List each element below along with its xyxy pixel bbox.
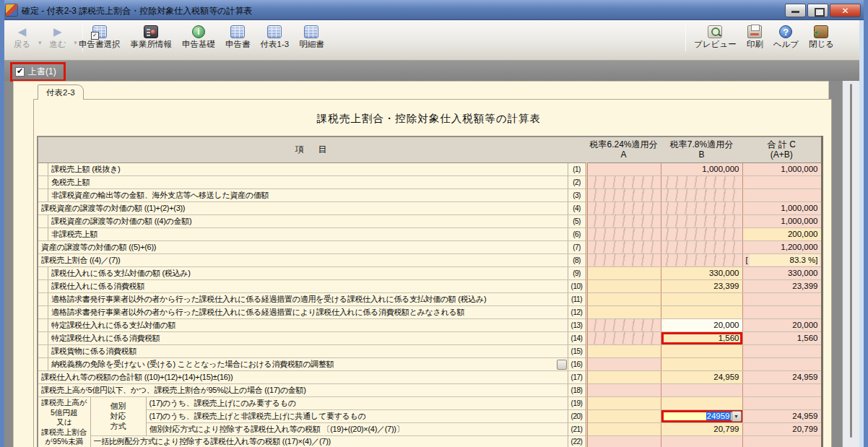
cell-b-5 [661,214,742,227]
row-number-14: (14) [568,331,586,344]
row-label-cell-17: 課税仕入れ等の税額の合計額 ((10)+(12)+(14)+(15)±(16)) [38,370,568,383]
row-number-18: (18) [568,383,586,396]
taxable-sales-ratio-cell: [83.3 %] [742,253,822,266]
table-row-9: 課税仕入れに係る支払対価の額 (税込み)(9)330,000330,000 [38,266,822,279]
toolbar-button-nav-2[interactable]: 申告基礎 [177,22,220,53]
row-label-cell-16: 納税義務の免除を受けない (受ける) こととなった場合における消費税額の調整額 [38,357,568,370]
cell-a-16 [586,357,661,370]
cell-b-10[interactable]: 23,399 [661,279,742,292]
row-label-cell-9: 課税仕入れに係る支払対価の額 (税込み) [38,266,568,279]
preview-icon [708,25,722,38]
cell-c-7: 1,200,000 [742,240,822,253]
overwrite-checkbox[interactable] [15,67,25,77]
toolbar-button-label: 閉じる [809,40,834,49]
table-row-7: 資産の譲渡等の対価の額 ((5)+(6))(7)1,200,000 [38,240,822,253]
cell-b-14[interactable]: 1,560 [661,331,742,344]
cell-a-9[interactable] [586,266,661,279]
cell-b-16[interactable] [661,357,742,370]
cell-b-18 [661,383,742,396]
toolbar-button-nav-0[interactable]: 申告書選択 [74,22,126,53]
toolbar-button-right-3[interactable]: 閉じる [804,22,839,53]
row-number-6: (6) [568,227,586,240]
forward-button: ▶ 進む [44,22,71,53]
cell-a-18 [586,383,661,396]
overwrite-strip: 上書(1) [4,61,864,81]
back-button: ◀ 戻る [9,22,35,53]
cell-b-9[interactable]: 330,000 [661,266,742,279]
cell-b-3 [661,188,742,201]
calculator-icon [267,25,282,38]
toolbar-button-nav-5[interactable]: 明細書 [294,22,329,53]
cell-a-12[interactable] [586,305,661,318]
toolbar-button-nav-4[interactable]: 付表1-3 [256,22,295,53]
cell-b-21[interactable]: 20,799 [661,422,742,435]
toolbar-button-right-0[interactable]: プレビュー [689,22,742,53]
row-label-cell-1: 課税売上額 (税抜き) [38,162,568,175]
cell-c-6[interactable]: 200,000 [742,227,822,240]
scrollbar-thumb[interactable] [850,84,852,438]
vertical-scrollbar[interactable] [842,81,859,447]
cell-a-15[interactable] [586,344,661,357]
cell-a-21[interactable] [586,422,661,435]
cell-b-13[interactable]: 20,000 [661,318,742,331]
cell-b-1: 1,000,000 [661,162,742,175]
toolbar: ◀ 戻る ▼ ▶ 進む ▼ 申告書選択事業所情報申告基礎申告書付表1-3明細書 … [4,20,864,61]
tab-fuhyo2-3[interactable]: 付表2-3 [38,84,84,100]
toolbar-button-nav-1[interactable]: 事業所情報 [126,22,178,53]
row-number-4: (4) [568,201,586,214]
table-row-10: 課税仕入れに係る消費税額(10)23,39923,399 [38,279,822,292]
toolbar-button-right-1[interactable]: 印刷 [742,22,768,53]
cell-c-20: 24,959 [742,409,822,422]
row-number-5: (5) [568,214,586,227]
row-number-19: (19) [568,396,586,409]
close-button[interactable] [830,4,861,17]
active-input-cell-b-20[interactable]: 24959▼ [661,409,742,422]
toolbar-button-nav-3[interactable]: 申告書 [220,22,256,53]
cell-c-10: 23,399 [742,279,822,292]
table-row-17: 課税仕入れ等の税額の合計額 ((10)+(12)+(14)+(15)±(16))… [38,370,822,383]
minimize-button[interactable] [785,4,806,17]
cell-a-2 [586,175,661,188]
table-row-12: 適格請求書発行事業者以外の者から行った課税仕入れに係る経過措置により課税仕入れに… [38,305,822,318]
row-number-15: (15) [568,344,586,357]
row-label-cell-14: 特定課税仕入れに係る消費税額 [38,331,568,344]
cell-b-19[interactable] [661,396,742,409]
row-number-2: (2) [568,175,586,188]
cell-a-19[interactable] [586,396,661,409]
table-row-21: 個別対応方式により控除する課税仕入れ等の税額 〔(19)+((20)×(4)／(… [38,422,822,435]
cell-a-20[interactable] [586,409,661,422]
row-label-cell-22: 一括比例配分方式により控除する課税仕入れ等の税額 ((17)×(4)／(7)) [90,435,568,447]
adjustment-popup-button[interactable] [557,360,567,370]
maximize-button[interactable] [807,4,828,17]
forward-arrow-icon: ▶ [53,25,62,38]
printer-icon [747,25,762,38]
table-row-19: 課税売上高が 5億円超 又は 課税売上割合 が95%未満個別 対応 方式(17)… [38,396,822,409]
group-label-individual-method: 個別 対応 方式 [90,396,146,435]
table-row-1: 課税売上額 (税抜き)(1)1,000,0001,000,000 [38,162,822,175]
cell-c-16 [742,357,822,370]
cell-b-15[interactable] [661,344,742,357]
cell-dropdown-button[interactable]: ▼ [732,411,742,422]
cell-b-12[interactable] [661,305,742,318]
cell-b-11[interactable] [661,292,742,305]
row-number-17: (17) [568,370,586,383]
row-label: 課税売上割合 ((4)／(7)) [41,255,565,266]
titlebar: 確定 - 付表2-3 課税売上割合・控除対象仕入税額等の計算表 [0,0,868,20]
close-door-icon [814,25,828,38]
header-col-a: 税率6.24%適用分 A [586,136,661,162]
cell-a-17[interactable] [586,370,661,383]
toolbar-button-label: 事業所情報 [131,40,173,49]
cell-a-11[interactable] [586,292,661,305]
row-label-cell-18: 課税売上高が5億円以下、かつ、課税売上割合が95%以上の場合 ((17)の金額) [38,383,568,396]
row-label-cell-15: 課税貨物に係る消費税額 [38,344,568,357]
app-icon [6,4,17,16]
table-row-5: 課税資産の譲渡等の対価の額 ((4)の金額)(5)1,000,000 [38,214,822,227]
cell-b-17[interactable]: 24,959 [661,370,742,383]
table-row-3: 非課税資産の輸出等の金額、海外支店等へ移送した資産の価額(3) [38,188,822,201]
row-label: 非課税資産の輸出等の金額、海外支店等へ移送した資産の価額 [51,190,565,201]
toolbar-button-right-2[interactable]: ヘルプ [768,22,804,53]
cell-a-10[interactable] [586,279,661,292]
table-row-14: 特定課税仕入れに係る消費税額(14)1,5601,560 [38,331,822,344]
row-label: 納税義務の免除を受けない (受ける) こととなった場合における消費税額の調整額 [51,359,565,370]
row-label-cell-10: 課税仕入れに係る消費税額 [38,279,568,292]
